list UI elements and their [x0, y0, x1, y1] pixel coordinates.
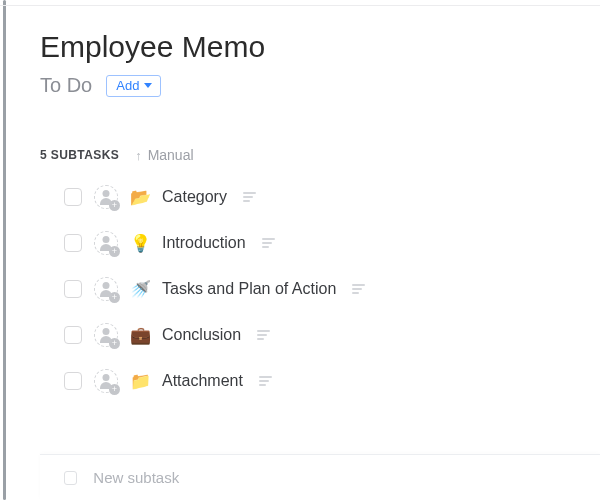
sort-mode-button[interactable]: ↑ Manual	[135, 147, 193, 163]
chevron-down-icon	[144, 83, 152, 88]
assign-user-icon[interactable]: +	[94, 369, 118, 393]
left-scroll-indicator	[3, 0, 6, 500]
add-button[interactable]: Add	[106, 75, 161, 97]
status-row: To Do Add	[40, 74, 576, 97]
sort-mode-label: Manual	[148, 147, 194, 163]
subtask-row[interactable]: + 🚿 Tasks and Plan of Action	[64, 277, 576, 301]
plus-icon: +	[109, 384, 120, 395]
assign-user-icon[interactable]: +	[94, 277, 118, 301]
folder-icon: 📂	[130, 187, 150, 208]
briefcase-icon: 💼	[130, 325, 150, 346]
plus-icon: +	[109, 338, 120, 349]
assign-user-icon[interactable]: +	[94, 323, 118, 347]
subtask-list: + 📂 Category + 💡 Introduction + 🚿 Tasks …	[40, 185, 576, 393]
subtask-title[interactable]: Conclusion	[162, 326, 241, 344]
lightbulb-icon: 💡	[130, 233, 150, 254]
shower-icon: 🚿	[130, 279, 150, 300]
description-icon[interactable]	[259, 376, 272, 385]
status-label[interactable]: To Do	[40, 74, 92, 97]
task-detail-panel: Employee Memo To Do Add 5 SUBTASKS ↑ Man…	[12, 10, 600, 500]
new-subtask-input[interactable]	[93, 469, 576, 486]
folder-icon: 📁	[130, 371, 150, 392]
add-button-label: Add	[116, 78, 139, 93]
subtask-title[interactable]: Category	[162, 188, 227, 206]
plus-icon: +	[109, 200, 120, 211]
subtask-title[interactable]: Introduction	[162, 234, 246, 252]
subtask-checkbox[interactable]	[64, 372, 82, 390]
assign-user-icon[interactable]: +	[94, 185, 118, 209]
subtask-title[interactable]: Tasks and Plan of Action	[162, 280, 336, 298]
description-icon[interactable]	[243, 192, 256, 201]
arrow-up-icon: ↑	[135, 148, 142, 163]
plus-icon: +	[109, 292, 120, 303]
subtasks-count: 5 SUBTASKS	[40, 148, 119, 162]
top-divider	[0, 5, 600, 6]
new-subtask-bar[interactable]	[40, 454, 600, 500]
subtask-row[interactable]: + 📁 Attachment	[64, 369, 576, 393]
new-subtask-checkbox-icon	[64, 471, 77, 485]
description-icon[interactable]	[262, 238, 275, 247]
subtasks-header: 5 SUBTASKS ↑ Manual	[40, 147, 576, 163]
subtask-checkbox[interactable]	[64, 234, 82, 252]
subtask-checkbox[interactable]	[64, 188, 82, 206]
subtask-row[interactable]: + 💡 Introduction	[64, 231, 576, 255]
subtask-checkbox[interactable]	[64, 280, 82, 298]
assign-user-icon[interactable]: +	[94, 231, 118, 255]
plus-icon: +	[109, 246, 120, 257]
subtask-title[interactable]: Attachment	[162, 372, 243, 390]
subtask-checkbox[interactable]	[64, 326, 82, 344]
description-icon[interactable]	[257, 330, 270, 339]
subtask-row[interactable]: + 📂 Category	[64, 185, 576, 209]
page-title: Employee Memo	[40, 30, 576, 64]
subtask-row[interactable]: + 💼 Conclusion	[64, 323, 576, 347]
description-icon[interactable]	[352, 284, 365, 293]
